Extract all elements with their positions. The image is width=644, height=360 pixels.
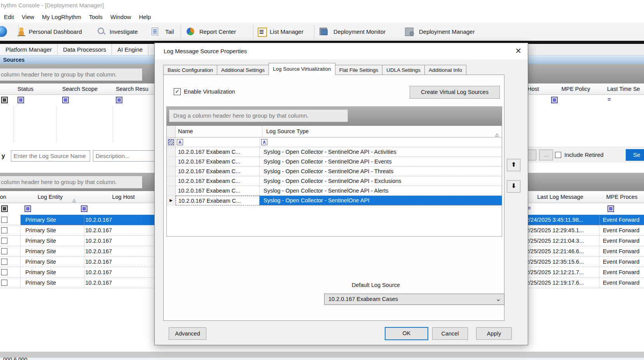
create-virtual-log-sources-button[interactable]: Create Virtual Log Sources <box>410 86 500 99</box>
tail-button[interactable]: Tail <box>165 23 174 41</box>
virtual-log-source-row[interactable]: ▶ 10.2.0.167 Exabeam C... Syslog - Open … <box>167 157 502 167</box>
column-header-last-time-seen[interactable]: Last Time Se <box>604 83 644 95</box>
last-log-message-cell[interactable]: 2/25/2025 12:29:45.1... <box>521 225 600 236</box>
row-select-cell[interactable] <box>0 215 21 225</box>
globe-icon[interactable] <box>0 26 7 37</box>
column-header-last-log-message[interactable]: Last Log Message <box>521 191 600 203</box>
column-header-log-entity[interactable]: Log Entity △ <box>21 191 80 203</box>
table-row[interactable]: Primary Site 10.2.0.167 <box>0 215 167 225</box>
filter-checkbox-action[interactable] <box>1 205 8 212</box>
row-select-cell[interactable] <box>0 236 21 246</box>
personal-dashboard-icon[interactable] <box>17 28 25 36</box>
table-row[interactable]: Primary Site 10.2.0.167 <box>0 246 167 257</box>
virtual-log-source-row[interactable]: ▶ 10.2.0.167 Exabeam C... Syslog - Open … <box>167 176 502 186</box>
log-source-type-cell[interactable]: Syslog - Open Collector - SentinelOne AP… <box>260 157 502 167</box>
auto-filter-icon[interactable]: A <box>177 139 183 145</box>
row-header-cell[interactable]: ▶ <box>167 157 176 167</box>
log-entity-cell[interactable]: Primary Site <box>21 278 84 288</box>
menu-my-logrhythm[interactable]: My LogRhythm <box>38 12 85 23</box>
filter-checkbox-search-results[interactable] <box>116 97 122 103</box>
filter-checkbox-mpe-policy[interactable] <box>551 97 558 103</box>
default-log-source-dropdown[interactable]: 10.2.0.167 Exabeam Cases ⌄ <box>324 294 504 305</box>
filter-checkbox-log-host[interactable] <box>81 205 87 212</box>
name-filter-cell[interactable]: A <box>176 137 260 147</box>
log-source-type-cell[interactable]: Syslog - Open Collector - SentinelOne AP… <box>260 176 502 186</box>
row-select-cell[interactable] <box>0 246 21 257</box>
ok-button[interactable]: OK <box>385 327 428 340</box>
tab-ai-engine[interactable]: AI Engine <box>112 44 148 55</box>
auto-filter-icon[interactable]: A <box>261 139 267 145</box>
advanced-button[interactable]: Advanced <box>169 327 206 340</box>
row-checkbox[interactable] <box>1 269 7 275</box>
report-center-icon[interactable] <box>187 28 194 35</box>
last-log-message-cell[interactable]: 2/25/2025 12:21:46.6... <box>521 246 600 257</box>
tab-additional-settings[interactable]: Additional Settings <box>217 65 269 75</box>
table-row[interactable]: Primary Site 10.2.0.167 <box>0 267 167 278</box>
mpe-processing-cell[interactable]: Event Forward <box>600 215 644 225</box>
filter-checkbox-status[interactable] <box>17 97 24 103</box>
search-button[interactable]: Se <box>626 149 644 161</box>
log-source-type-cell[interactable]: Syslog - Open Collector - SentinelOne AP… <box>260 167 502 176</box>
row-checkbox[interactable] <box>1 259 7 265</box>
table-row[interactable]: 2/25/2025 12:35:15.6... Event Forward <box>521 257 644 267</box>
menu-help[interactable]: Help <box>135 12 155 23</box>
type-filter-cell[interactable]: A <box>260 137 502 147</box>
move-up-button[interactable]: ⬆ <box>507 159 520 171</box>
row-checkbox[interactable] <box>1 238 7 244</box>
mpe-processing-cell[interactable]: Event Forward <box>600 257 644 267</box>
menu-edit[interactable]: Edit <box>0 12 18 23</box>
log-source-name-input[interactable] <box>11 150 90 162</box>
log-source-type-cell[interactable]: Syslog - Open Collector - SentinelOne AP… <box>260 186 502 196</box>
list-manager-icon[interactable] <box>258 28 267 37</box>
virtual-log-source-row[interactable]: ▶ 10.2.0.167 Exabeam C... Syslog - Open … <box>167 167 502 176</box>
report-center-button[interactable]: Report Center <box>199 23 236 41</box>
close-icon[interactable]: ✕ <box>515 46 522 56</box>
cancel-button[interactable]: Cancel <box>432 327 468 340</box>
mpe-processing-cell[interactable]: Event Forward <box>600 236 644 246</box>
last-log-message-cell[interactable]: 2/25/2025 12:35:15.6... <box>521 257 600 267</box>
table-row[interactable]: Primary Site 10.2.0.167 <box>0 236 167 246</box>
table-row[interactable]: Primary Site 10.2.0.167 <box>0 278 167 288</box>
row-header-cell[interactable]: ▶ <box>167 147 176 157</box>
browse-ellipsis-button[interactable]: ... <box>539 150 553 160</box>
mpe-processing-cell[interactable]: Event Forward <box>600 278 644 288</box>
log-entity-cell[interactable]: Primary Site <box>21 246 84 257</box>
log-entity-cell[interactable]: Primary Site <box>21 215 84 225</box>
deployment-monitor-icon[interactable] <box>319 28 327 35</box>
tab-basic-configuration[interactable]: Basic Configuration <box>163 65 217 75</box>
table-row[interactable]: 2/25/2025 12:19:17.6... Event Forward <box>521 278 644 288</box>
name-cell[interactable]: 10.2.0.167 Exabeam C... <box>176 167 260 176</box>
log-entity-cell[interactable]: Primary Site <box>21 225 84 236</box>
table-row[interactable]: 2/25/2025 12:29:45.1... Event Forward <box>521 225 644 236</box>
name-cell[interactable]: 10.2.0.167 Exabeam C... <box>176 157 260 167</box>
filter-checkbox-mpe-processing[interactable] <box>607 205 614 212</box>
edit-filter-icon[interactable] <box>168 139 174 145</box>
row-select-cell[interactable] <box>0 257 21 267</box>
last-log-message-cell[interactable]: 2/25/2025 12:21:04.3... <box>521 236 600 246</box>
log-source-type-cell[interactable]: Syslog - Open Collector - SentinelOne AP… <box>260 196 502 205</box>
column-header-search-scope[interactable]: Search Scope <box>56 83 119 95</box>
filter-checkbox-log-entity[interactable] <box>24 205 31 212</box>
deployment-manager-icon[interactable] <box>405 28 414 36</box>
virtual-log-source-row[interactable]: ▶ 10.2.0.167 Exabeam C... Syslog - Open … <box>167 186 502 196</box>
row-header-cell[interactable]: ▶ <box>167 186 176 196</box>
name-cell[interactable]: 10.2.0.167 Exabeam C... <box>176 147 260 157</box>
personal-dashboard-button[interactable]: Personal Dashboard <box>29 23 82 41</box>
include-retired-checkbox[interactable] <box>555 152 561 158</box>
row-checkbox[interactable] <box>1 280 7 286</box>
investigate-button[interactable]: Investigate <box>110 23 138 41</box>
row-select-cell[interactable] <box>0 225 21 236</box>
apply-button[interactable]: Apply <box>476 327 512 340</box>
log-entity-cell[interactable]: Primary Site <box>21 257 84 267</box>
row-checkbox[interactable] <box>1 248 7 254</box>
menu-tools[interactable]: Tools <box>85 12 106 23</box>
tab-platform-manager[interactable]: Platform Manager <box>0 44 58 55</box>
table-row[interactable]: 2/25/2025 12:12:21.7... Event Forward <box>521 267 644 278</box>
mpe-processing-cell[interactable]: Event Forward <box>600 267 644 278</box>
menu-window[interactable]: Window <box>106 12 135 23</box>
table-row[interactable]: Primary Site 10.2.0.167 <box>0 257 167 267</box>
investigate-icon[interactable] <box>98 28 105 35</box>
row-header-cell[interactable]: ▶ <box>167 176 176 186</box>
table-row[interactable]: 2/25/2025 12:21:46.6... Event Forward <box>521 246 644 257</box>
filter-checkbox-search-scope[interactable] <box>62 97 69 103</box>
